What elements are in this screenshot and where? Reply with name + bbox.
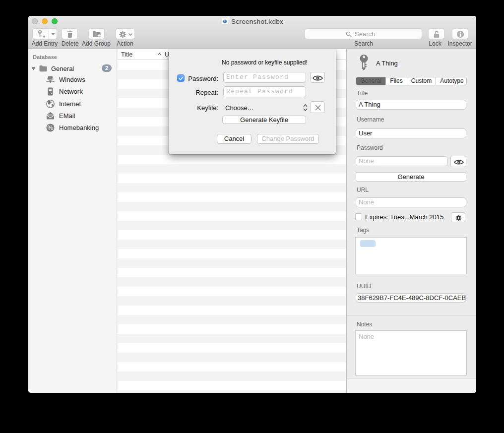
svg-text:%: %: [48, 124, 54, 131]
